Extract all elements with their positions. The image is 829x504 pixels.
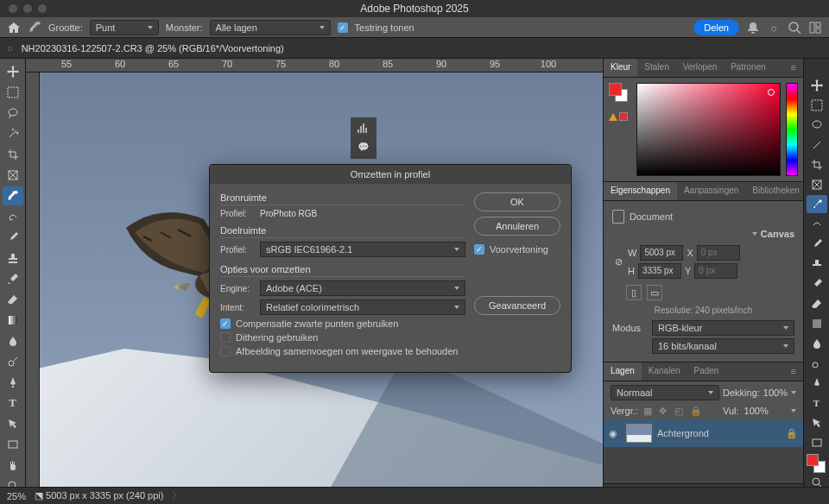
cancel-button[interactable]: Annuleren	[474, 217, 560, 236]
orient-landscape-icon[interactable]: ▭	[647, 285, 662, 300]
gamut-warning-icon[interactable]	[609, 113, 617, 121]
document-tab[interactable]: NH20230316-122507-2.CR3 @ 25% (RGB/16*/V…	[13, 39, 293, 58]
history-brush-tool[interactable]	[3, 269, 23, 288]
tab-stalen[interactable]: Stalen	[637, 59, 675, 77]
crop-tool-r[interactable]	[807, 155, 827, 173]
crop-tool[interactable]	[3, 145, 23, 164]
path-tool-r[interactable]	[807, 413, 827, 432]
ok-button[interactable]: OK	[474, 192, 560, 211]
stamp-tool-r[interactable]	[807, 255, 827, 273]
panel-menu-icon[interactable]: ≡	[784, 362, 803, 381]
tab-patronen[interactable]: Patronen	[724, 59, 773, 77]
blend-mode-dropdown[interactable]: Normaal	[611, 385, 719, 400]
eyedropper-tool-r[interactable]	[807, 195, 827, 213]
history-tool-r[interactable]	[807, 274, 827, 293]
dest-profile-dropdown[interactable]: sRGB IEC61966-2.1	[260, 242, 465, 257]
engine-dropdown[interactable]: Adobe (ACE)	[260, 280, 465, 296]
wand-tool-r[interactable]	[807, 135, 827, 154]
pen-tool-r[interactable]	[807, 374, 827, 392]
tab-aanpassingen[interactable]: Aanpassingen	[677, 182, 745, 200]
fg-bg-swatch[interactable]	[609, 83, 628, 102]
lock-pixels-icon[interactable]: ▦	[643, 406, 654, 416]
gamut-swatch[interactable]	[619, 112, 628, 121]
layer-thumbnail[interactable]	[626, 424, 652, 443]
zoom-level[interactable]: 25%	[7, 491, 26, 501]
marquee-tool[interactable]	[3, 83, 23, 102]
eyedropper-tool[interactable]	[3, 186, 23, 205]
tab-verlopen[interactable]: Verlopen	[676, 59, 724, 77]
hand-tool[interactable]	[3, 456, 23, 475]
histogram-icon[interactable]	[357, 123, 370, 136]
pen-tool[interactable]	[3, 373, 23, 392]
frame-tool[interactable]	[3, 166, 23, 185]
orient-portrait-icon[interactable]: ▯	[626, 285, 642, 300]
marquee-tool-r[interactable]	[807, 96, 827, 114]
bell-icon[interactable]	[746, 21, 760, 35]
shape-tool[interactable]	[3, 435, 23, 454]
mode-dropdown[interactable]: RGB-kleur	[652, 320, 794, 336]
visibility-icon[interactable]: ◉	[609, 428, 621, 439]
gradient-tool-r[interactable]	[807, 314, 827, 332]
blur-tool-r[interactable]	[807, 334, 827, 352]
width-input[interactable]: 5003 px	[640, 245, 683, 261]
tab-eigenschappen[interactable]: Eigenschappen	[604, 182, 677, 200]
tab-kanalen[interactable]: Kanalen	[642, 362, 687, 381]
lock-position-icon[interactable]: ✥	[659, 406, 669, 416]
eraser-tool-r[interactable]	[807, 294, 827, 312]
panel-menu-icon[interactable]: ≡	[784, 59, 803, 77]
fg-bg-colors[interactable]	[807, 454, 826, 480]
tab-kleur[interactable]: Kleur	[604, 59, 637, 77]
comment-icon[interactable]: 💬	[357, 140, 370, 154]
path-tool[interactable]	[3, 414, 23, 433]
shape-tool-r[interactable]	[807, 433, 827, 451]
lock-artboard-icon[interactable]: ◰	[674, 406, 685, 416]
intent-dropdown[interactable]: Relatief colorimetrisch	[260, 299, 465, 315]
lasso-tool[interactable]	[3, 104, 23, 123]
gradient-tool[interactable]	[3, 311, 23, 330]
eyedropper-icon[interactable]	[28, 21, 41, 35]
search-icon[interactable]	[788, 21, 801, 35]
layer-row[interactable]: ◉ Achtergrond 🔒	[604, 419, 803, 447]
layer-name[interactable]: Achtergrond	[657, 428, 709, 438]
stamp-tool[interactable]	[3, 249, 23, 268]
depth-dropdown[interactable]: 16 bits/kanaal	[652, 338, 794, 354]
lock-all-icon[interactable]: 🔒	[690, 406, 700, 416]
move-tool-r[interactable]	[807, 76, 827, 94]
bpc-checkbox[interactable]: ✓	[220, 318, 231, 329]
window-controls[interactable]	[0, 4, 47, 13]
type-tool-r[interactable]: T	[807, 394, 827, 412]
share-button[interactable]: Delen	[693, 20, 739, 35]
testring-checkbox[interactable]: ✓	[338, 22, 348, 33]
ruler-vertical[interactable]	[26, 72, 40, 504]
home-icon[interactable]	[7, 22, 21, 34]
preview-checkbox[interactable]: ✓	[474, 244, 484, 255]
height-input[interactable]: 3335 px	[638, 263, 681, 279]
advanced-button[interactable]: Geavanceerd	[474, 296, 560, 315]
sample-dropdown[interactable]: Alle lagen	[210, 20, 331, 35]
type-tool[interactable]: T	[3, 394, 23, 413]
workspace-icon[interactable]	[808, 21, 822, 35]
ruler-horizontal[interactable]: 556065707580859095100	[26, 59, 603, 72]
frame-tool-r[interactable]	[807, 175, 827, 193]
tab-paden[interactable]: Paden	[687, 362, 726, 381]
dodge-tool-r[interactable]	[807, 354, 827, 372]
size-dropdown[interactable]: Punt	[90, 20, 159, 35]
heal-tool[interactable]	[3, 207, 23, 226]
hue-slider[interactable]	[786, 83, 798, 176]
canvas-section-header[interactable]: Canvas	[612, 229, 794, 239]
color-picker[interactable]	[636, 83, 781, 176]
brush-tool[interactable]	[3, 228, 23, 247]
dodge-tool[interactable]	[3, 352, 23, 371]
lock-icon[interactable]: 🔒	[786, 428, 798, 439]
move-tool[interactable]	[3, 62, 23, 81]
blur-tool[interactable]	[3, 331, 23, 350]
eraser-tool[interactable]	[3, 290, 23, 309]
lasso-tool-r[interactable]	[807, 116, 827, 134]
sun-icon[interactable]: ☼	[767, 21, 781, 35]
brush-tool-r[interactable]	[807, 235, 827, 253]
tab-bibliotheken[interactable]: Bibliotheken	[745, 182, 806, 200]
link-icon[interactable]: ⊘	[612, 256, 624, 268]
doc-dimensions[interactable]: ⬔ 5003 px x 3335 px (240 ppi)	[35, 490, 163, 501]
tab-lagen[interactable]: Lagen	[604, 362, 642, 381]
wand-tool[interactable]	[3, 124, 23, 143]
